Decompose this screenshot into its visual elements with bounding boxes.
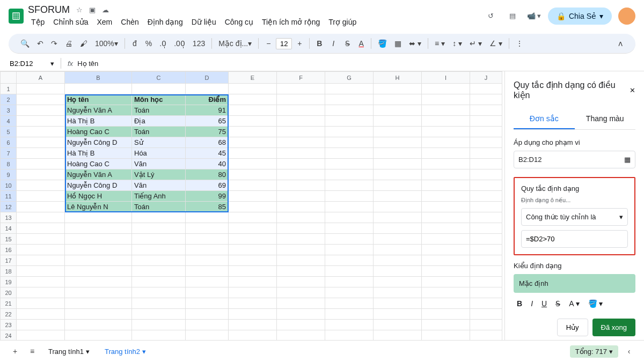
cell-H10[interactable]: [374, 180, 422, 191]
cell-D21[interactable]: [186, 298, 229, 309]
cell-B2[interactable]: Họ tên: [65, 94, 132, 105]
cell-I22[interactable]: [422, 309, 470, 320]
cell-I6[interactable]: [422, 137, 470, 148]
cell-F24[interactable]: [277, 330, 325, 341]
meet-icon[interactable]: 📹 ▾: [526, 9, 541, 24]
cell-F20[interactable]: [277, 287, 325, 298]
condition-dropdown[interactable]: Công thức tùy chỉnh là ▾: [521, 208, 628, 226]
cell-H22[interactable]: [374, 309, 422, 320]
cell-H18[interactable]: [374, 266, 422, 277]
cell-J8[interactable]: [470, 159, 502, 169]
cell-E14[interactable]: [229, 223, 277, 234]
cell-E19[interactable]: [229, 277, 277, 287]
cell-reference[interactable]: [9, 58, 46, 69]
cell-G19[interactable]: [325, 277, 374, 287]
cell-F19[interactable]: [277, 277, 325, 287]
cell-G6[interactable]: [325, 137, 374, 148]
cell-E12[interactable]: [229, 202, 277, 212]
cell-C8[interactable]: Văn: [132, 159, 186, 169]
col-header-C[interactable]: C: [132, 72, 186, 84]
style-bold[interactable]: B: [514, 297, 525, 310]
cell-B18[interactable]: [65, 266, 132, 277]
sum-badge[interactable]: Tổng: 717 ▾: [570, 345, 618, 358]
cell-D22[interactable]: [186, 309, 229, 320]
cell-I9[interactable]: [422, 169, 470, 180]
cell-B7[interactable]: Hà Thị B: [65, 148, 132, 159]
cell-E3[interactable]: [229, 105, 277, 116]
cell-J21[interactable]: [470, 298, 502, 309]
cell-F15[interactable]: [277, 234, 325, 245]
cell-G14[interactable]: [325, 223, 374, 234]
cell-H13[interactable]: [374, 212, 422, 223]
cell-G11[interactable]: [325, 191, 374, 202]
cell-F12[interactable]: [277, 202, 325, 212]
cell-E23[interactable]: [229, 320, 277, 330]
cell-G1[interactable]: [325, 84, 374, 94]
cell-E18[interactable]: [229, 266, 277, 277]
cell-F17[interactable]: [277, 255, 325, 266]
cell-A23[interactable]: [17, 320, 65, 330]
cell-D15[interactable]: [186, 234, 229, 245]
row-header-23[interactable]: 23: [1, 320, 17, 330]
add-sheet-icon[interactable]: +: [9, 344, 21, 359]
cell-B3[interactable]: Nguyễn Văn A: [65, 105, 132, 116]
cell-F1[interactable]: [277, 84, 325, 94]
cell-F18[interactable]: [277, 266, 325, 277]
cell-A1[interactable]: [17, 84, 65, 94]
cell-C9[interactable]: Vật Lý: [132, 169, 186, 180]
cell-F23[interactable]: [277, 320, 325, 330]
cell-E13[interactable]: [229, 212, 277, 223]
cell-F7[interactable]: [277, 148, 325, 159]
row-header-15[interactable]: 15: [1, 234, 17, 245]
cell-I17[interactable]: [422, 255, 470, 266]
cell-G7[interactable]: [325, 148, 374, 159]
cell-F2[interactable]: [277, 94, 325, 105]
cell-C24[interactable]: [132, 330, 186, 341]
cell-A13[interactable]: [17, 212, 65, 223]
cell-J9[interactable]: [470, 169, 502, 180]
cell-D14[interactable]: [186, 223, 229, 234]
cell-H3[interactable]: [374, 105, 422, 116]
cell-I4[interactable]: [422, 116, 470, 127]
col-header-F[interactable]: F: [277, 72, 325, 84]
cell-I13[interactable]: [422, 212, 470, 223]
cell-I18[interactable]: [422, 266, 470, 277]
cell-G18[interactable]: [325, 266, 374, 277]
cell-B8[interactable]: Hoàng Cao C: [65, 159, 132, 169]
cell-H7[interactable]: [374, 148, 422, 159]
cell-F10[interactable]: [277, 180, 325, 191]
cell-F22[interactable]: [277, 309, 325, 320]
more-icon[interactable]: ⋮: [513, 36, 526, 51]
cancel-button[interactable]: Hủy: [557, 319, 588, 336]
cell-G15[interactable]: [325, 234, 374, 245]
undo-icon[interactable]: ↶: [34, 36, 47, 51]
cell-B16[interactable]: [65, 245, 132, 255]
cell-E15[interactable]: [229, 234, 277, 245]
cell-F5[interactable]: [277, 127, 325, 137]
cell-C13[interactable]: [132, 212, 186, 223]
style-fill-color[interactable]: 🪣 ▾: [585, 297, 606, 310]
menu-tools[interactable]: Công cụ: [222, 17, 257, 27]
row-header-9[interactable]: 9: [1, 169, 17, 180]
italic-icon[interactable]: I: [327, 36, 340, 51]
cell-J12[interactable]: [470, 202, 502, 212]
cell-I16[interactable]: [422, 245, 470, 255]
cell-F16[interactable]: [277, 245, 325, 255]
all-sheets-icon[interactable]: ≡: [26, 344, 39, 359]
cell-C6[interactable]: Sử: [132, 137, 186, 148]
cell-I7[interactable]: [422, 148, 470, 159]
cell-E6[interactable]: [229, 137, 277, 148]
cell-H21[interactable]: [374, 298, 422, 309]
cell-G2[interactable]: [325, 94, 374, 105]
cell-B23[interactable]: [65, 320, 132, 330]
cell-A19[interactable]: [17, 277, 65, 287]
row-header-19[interactable]: 19: [1, 277, 17, 287]
cell-D3[interactable]: 91: [186, 105, 229, 116]
cell-E1[interactable]: [229, 84, 277, 94]
cell-B1[interactable]: [65, 84, 132, 94]
tab-single-color[interactable]: Đơn sắc: [514, 109, 575, 129]
row-header-1[interactable]: 1: [1, 84, 17, 94]
cell-D10[interactable]: 69: [186, 180, 229, 191]
cell-D17[interactable]: [186, 255, 229, 266]
row-header-16[interactable]: 16: [1, 245, 17, 255]
